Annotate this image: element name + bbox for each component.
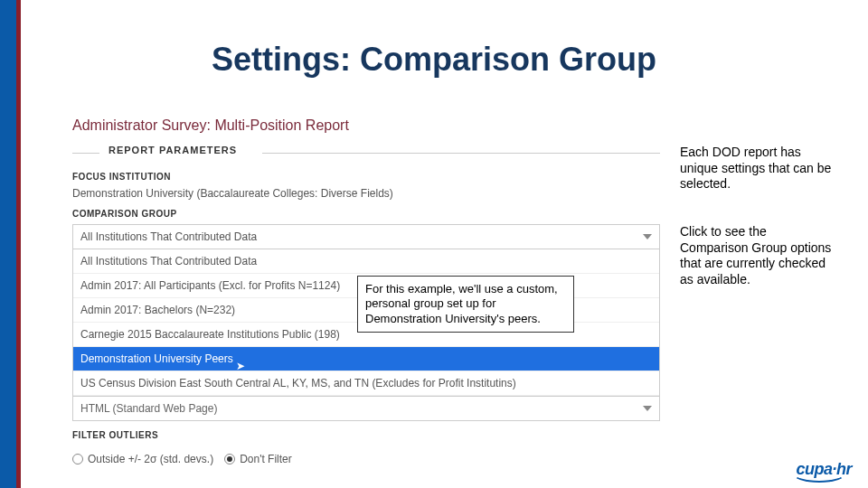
focus-institution-label: FOCUS INSTITUTION (72, 172, 660, 182)
filter-radio-dont[interactable]: Don't Filter (224, 453, 292, 465)
cupa-hr-logo: cupa·hr (796, 460, 852, 479)
report-title: Administrator Survey: Multi-Position Rep… (72, 117, 660, 134)
dropdown-option-text: Demonstration University Peers (80, 352, 233, 365)
comparison-group-label: COMPARISON GROUP (72, 209, 660, 219)
output-format-row[interactable]: HTML (Standard Web Page) (72, 397, 660, 421)
filter-outliers-label: FILTER OUTLIERS (72, 430, 660, 440)
chevron-down-icon (643, 234, 652, 239)
annotation-settings-note: Each DOD report has unique settings that… (680, 145, 834, 192)
cursor-icon: ➤ (236, 360, 245, 372)
dropdown-option-selected[interactable]: Demonstration University Peers ➤ (73, 347, 659, 371)
focus-institution-value: Demonstration University (Baccalaureate … (72, 187, 660, 200)
radio-label: Don't Filter (240, 453, 292, 465)
parameters-header: REPORT PARAMETERS (108, 145, 237, 155)
dropdown-selected-row[interactable]: All Institutions That Contributed Data (73, 225, 659, 249)
slide-title: Settings: Comparison Group (0, 41, 868, 79)
filter-radio-outside[interactable]: Outside +/- 2σ (std. devs.) (72, 453, 213, 465)
filter-outliers-row: Outside +/- 2σ (std. devs.) Don't Filter (72, 453, 660, 465)
dropdown-option[interactable]: US Census Division East South Central AL… (73, 371, 659, 396)
callout-box: For this example, we'll use a custom, pe… (357, 276, 574, 333)
radio-icon (72, 454, 83, 465)
dropdown-option[interactable]: All Institutions That Contributed Data (73, 249, 659, 274)
annotation-click-note: Click to see the Comparison Group option… (680, 224, 834, 287)
parameters-divider: REPORT PARAMETERS (72, 145, 660, 163)
radio-label: Outside +/- 2σ (std. devs.) (88, 453, 213, 465)
dropdown-selected-text: All Institutions That Contributed Data (80, 230, 257, 243)
logo-swoosh-icon (792, 468, 846, 483)
radio-icon-filled (224, 454, 235, 465)
output-format-text: HTML (Standard Web Page) (80, 402, 217, 415)
chevron-down-icon (643, 406, 652, 411)
